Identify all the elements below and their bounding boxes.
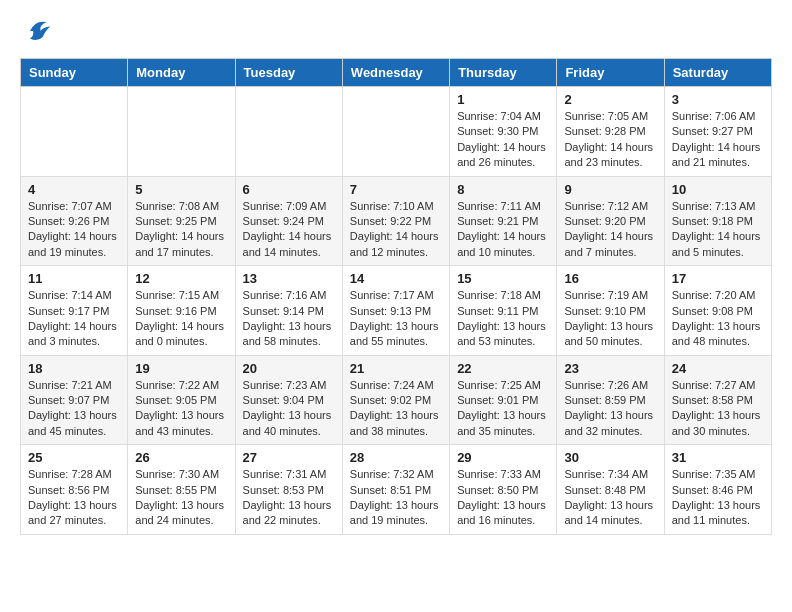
calendar-cell: 31Sunrise: 7:35 AM Sunset: 8:46 PM Dayli… — [664, 445, 771, 535]
day-info: Sunrise: 7:28 AM Sunset: 8:56 PM Dayligh… — [28, 467, 120, 529]
calendar-cell: 29Sunrise: 7:33 AM Sunset: 8:50 PM Dayli… — [450, 445, 557, 535]
day-number: 5 — [135, 182, 227, 197]
day-number: 21 — [350, 361, 442, 376]
weekday-header-sunday: Sunday — [21, 59, 128, 87]
day-number: 14 — [350, 271, 442, 286]
day-info: Sunrise: 7:31 AM Sunset: 8:53 PM Dayligh… — [243, 467, 335, 529]
day-info: Sunrise: 7:20 AM Sunset: 9:08 PM Dayligh… — [672, 288, 764, 350]
calendar-cell: 13Sunrise: 7:16 AM Sunset: 9:14 PM Dayli… — [235, 266, 342, 356]
calendar-cell — [128, 87, 235, 177]
calendar-cell: 21Sunrise: 7:24 AM Sunset: 9:02 PM Dayli… — [342, 355, 449, 445]
weekday-header-saturday: Saturday — [664, 59, 771, 87]
day-number: 12 — [135, 271, 227, 286]
weekday-header-friday: Friday — [557, 59, 664, 87]
day-info: Sunrise: 7:21 AM Sunset: 9:07 PM Dayligh… — [28, 378, 120, 440]
day-info: Sunrise: 7:07 AM Sunset: 9:26 PM Dayligh… — [28, 199, 120, 261]
calendar-cell: 24Sunrise: 7:27 AM Sunset: 8:58 PM Dayli… — [664, 355, 771, 445]
day-number: 18 — [28, 361, 120, 376]
calendar-cell: 10Sunrise: 7:13 AM Sunset: 9:18 PM Dayli… — [664, 176, 771, 266]
calendar-cell: 30Sunrise: 7:34 AM Sunset: 8:48 PM Dayli… — [557, 445, 664, 535]
day-number: 31 — [672, 450, 764, 465]
day-number: 19 — [135, 361, 227, 376]
calendar-week-1: 4Sunrise: 7:07 AM Sunset: 9:26 PM Daylig… — [21, 176, 772, 266]
day-info: Sunrise: 7:17 AM Sunset: 9:13 PM Dayligh… — [350, 288, 442, 350]
page: SundayMondayTuesdayWednesdayThursdayFrid… — [0, 0, 792, 551]
weekday-header-monday: Monday — [128, 59, 235, 87]
day-number: 29 — [457, 450, 549, 465]
calendar-cell: 9Sunrise: 7:12 AM Sunset: 9:20 PM Daylig… — [557, 176, 664, 266]
weekday-header-wednesday: Wednesday — [342, 59, 449, 87]
calendar-cell: 15Sunrise: 7:18 AM Sunset: 9:11 PM Dayli… — [450, 266, 557, 356]
calendar-cell: 19Sunrise: 7:22 AM Sunset: 9:05 PM Dayli… — [128, 355, 235, 445]
day-number: 3 — [672, 92, 764, 107]
calendar-cell: 6Sunrise: 7:09 AM Sunset: 9:24 PM Daylig… — [235, 176, 342, 266]
day-info: Sunrise: 7:32 AM Sunset: 8:51 PM Dayligh… — [350, 467, 442, 529]
day-number: 22 — [457, 361, 549, 376]
header — [20, 16, 772, 46]
day-number: 20 — [243, 361, 335, 376]
calendar-cell: 16Sunrise: 7:19 AM Sunset: 9:10 PM Dayli… — [557, 266, 664, 356]
day-info: Sunrise: 7:18 AM Sunset: 9:11 PM Dayligh… — [457, 288, 549, 350]
day-number: 25 — [28, 450, 120, 465]
weekday-header-tuesday: Tuesday — [235, 59, 342, 87]
calendar-table: SundayMondayTuesdayWednesdayThursdayFrid… — [20, 58, 772, 535]
day-info: Sunrise: 7:26 AM Sunset: 8:59 PM Dayligh… — [564, 378, 656, 440]
day-number: 30 — [564, 450, 656, 465]
calendar-cell: 17Sunrise: 7:20 AM Sunset: 9:08 PM Dayli… — [664, 266, 771, 356]
day-number: 9 — [564, 182, 656, 197]
calendar-cell: 20Sunrise: 7:23 AM Sunset: 9:04 PM Dayli… — [235, 355, 342, 445]
day-info: Sunrise: 7:24 AM Sunset: 9:02 PM Dayligh… — [350, 378, 442, 440]
day-info: Sunrise: 7:10 AM Sunset: 9:22 PM Dayligh… — [350, 199, 442, 261]
day-number: 1 — [457, 92, 549, 107]
calendar-cell: 5Sunrise: 7:08 AM Sunset: 9:25 PM Daylig… — [128, 176, 235, 266]
day-info: Sunrise: 7:15 AM Sunset: 9:16 PM Dayligh… — [135, 288, 227, 350]
day-number: 15 — [457, 271, 549, 286]
calendar-cell: 8Sunrise: 7:11 AM Sunset: 9:21 PM Daylig… — [450, 176, 557, 266]
calendar-cell — [21, 87, 128, 177]
day-number: 26 — [135, 450, 227, 465]
calendar-cell: 22Sunrise: 7:25 AM Sunset: 9:01 PM Dayli… — [450, 355, 557, 445]
calendar-cell: 3Sunrise: 7:06 AM Sunset: 9:27 PM Daylig… — [664, 87, 771, 177]
day-number: 23 — [564, 361, 656, 376]
day-info: Sunrise: 7:11 AM Sunset: 9:21 PM Dayligh… — [457, 199, 549, 261]
calendar-cell: 26Sunrise: 7:30 AM Sunset: 8:55 PM Dayli… — [128, 445, 235, 535]
calendar-cell: 2Sunrise: 7:05 AM Sunset: 9:28 PM Daylig… — [557, 87, 664, 177]
day-number: 4 — [28, 182, 120, 197]
day-info: Sunrise: 7:16 AM Sunset: 9:14 PM Dayligh… — [243, 288, 335, 350]
calendar-cell: 12Sunrise: 7:15 AM Sunset: 9:16 PM Dayli… — [128, 266, 235, 356]
calendar-week-4: 25Sunrise: 7:28 AM Sunset: 8:56 PM Dayli… — [21, 445, 772, 535]
logo — [20, 16, 54, 46]
calendar-cell — [235, 87, 342, 177]
day-info: Sunrise: 7:06 AM Sunset: 9:27 PM Dayligh… — [672, 109, 764, 171]
day-info: Sunrise: 7:12 AM Sunset: 9:20 PM Dayligh… — [564, 199, 656, 261]
calendar-week-0: 1Sunrise: 7:04 AM Sunset: 9:30 PM Daylig… — [21, 87, 772, 177]
calendar-week-3: 18Sunrise: 7:21 AM Sunset: 9:07 PM Dayli… — [21, 355, 772, 445]
calendar-cell: 11Sunrise: 7:14 AM Sunset: 9:17 PM Dayli… — [21, 266, 128, 356]
day-info: Sunrise: 7:25 AM Sunset: 9:01 PM Dayligh… — [457, 378, 549, 440]
day-number: 16 — [564, 271, 656, 286]
weekday-header-row: SundayMondayTuesdayWednesdayThursdayFrid… — [21, 59, 772, 87]
day-number: 2 — [564, 92, 656, 107]
calendar-cell: 18Sunrise: 7:21 AM Sunset: 9:07 PM Dayli… — [21, 355, 128, 445]
calendar-cell: 14Sunrise: 7:17 AM Sunset: 9:13 PM Dayli… — [342, 266, 449, 356]
calendar-cell: 4Sunrise: 7:07 AM Sunset: 9:26 PM Daylig… — [21, 176, 128, 266]
day-info: Sunrise: 7:19 AM Sunset: 9:10 PM Dayligh… — [564, 288, 656, 350]
day-info: Sunrise: 7:23 AM Sunset: 9:04 PM Dayligh… — [243, 378, 335, 440]
calendar-cell: 7Sunrise: 7:10 AM Sunset: 9:22 PM Daylig… — [342, 176, 449, 266]
day-info: Sunrise: 7:04 AM Sunset: 9:30 PM Dayligh… — [457, 109, 549, 171]
calendar-cell: 27Sunrise: 7:31 AM Sunset: 8:53 PM Dayli… — [235, 445, 342, 535]
day-number: 28 — [350, 450, 442, 465]
day-info: Sunrise: 7:05 AM Sunset: 9:28 PM Dayligh… — [564, 109, 656, 171]
calendar-cell — [342, 87, 449, 177]
day-number: 13 — [243, 271, 335, 286]
day-number: 6 — [243, 182, 335, 197]
day-info: Sunrise: 7:08 AM Sunset: 9:25 PM Dayligh… — [135, 199, 227, 261]
day-number: 8 — [457, 182, 549, 197]
weekday-header-thursday: Thursday — [450, 59, 557, 87]
day-number: 17 — [672, 271, 764, 286]
day-number: 7 — [350, 182, 442, 197]
day-info: Sunrise: 7:22 AM Sunset: 9:05 PM Dayligh… — [135, 378, 227, 440]
calendar-cell: 28Sunrise: 7:32 AM Sunset: 8:51 PM Dayli… — [342, 445, 449, 535]
calendar-cell: 25Sunrise: 7:28 AM Sunset: 8:56 PM Dayli… — [21, 445, 128, 535]
logo-bird-icon — [24, 16, 54, 46]
